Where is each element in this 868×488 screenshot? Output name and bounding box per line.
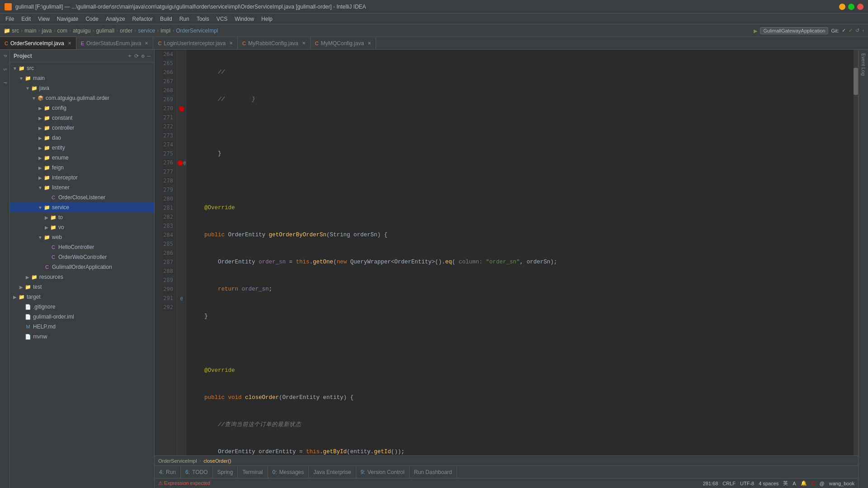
tree-config[interactable]: ▶ 📁 config	[10, 103, 154, 113]
bottom-tab-todo[interactable]: 6: TODO	[181, 466, 212, 478]
menu-file[interactable]: File	[2, 15, 18, 23]
bottom-tab-terminal[interactable]: Terminal	[238, 466, 268, 478]
bottom-tab-messages[interactable]: 0: Messages	[268, 466, 309, 478]
tree-orderwebcontroller[interactable]: C OrderWebController	[10, 252, 154, 262]
tab-orderstatusenum[interactable]: E OrderStatusEnum.java ✕	[76, 37, 154, 49]
tab-label: MyMQConfig.java	[321, 40, 364, 47]
menu-view[interactable]: View	[34, 15, 53, 23]
menu-refactor[interactable]: Refactor	[129, 15, 156, 23]
class-icon: C	[43, 263, 51, 271]
tree-interceptor[interactable]: ▶ 📁 interceptor	[10, 173, 154, 183]
tree-web[interactable]: ▼ 📁 web	[10, 232, 154, 242]
menu-window[interactable]: Window	[231, 15, 258, 23]
nav-src[interactable]: 📁 src	[4, 28, 19, 34]
run-icon[interactable]: ▶	[754, 27, 757, 34]
project-settings-icon[interactable]: ⚙	[142, 53, 145, 59]
editor-area: 264 265 266 267 268 269 270 271 272 273 …	[155, 50, 858, 488]
code-container[interactable]: 264 265 266 267 268 269 270 271 272 273 …	[155, 50, 858, 455]
run-config[interactable]: GulimallGatewayApplication	[760, 27, 828, 34]
git-checkmark[interactable]: ✓	[842, 28, 846, 33]
bottom-tab-spring[interactable]: Spring	[213, 466, 238, 478]
tree-main[interactable]: ▼ 📁 main	[10, 73, 154, 83]
bottom-tab-run[interactable]: 4: Run	[155, 466, 181, 478]
tree-target[interactable]: ▶ 📁 target	[10, 292, 154, 302]
breakpoint-icon[interactable]: ⬤	[179, 105, 184, 112]
crlf[interactable]: CRLF	[722, 481, 736, 486]
menu-build[interactable]: Build	[156, 15, 176, 23]
nav-java[interactable]: java	[42, 28, 52, 34]
tree-enume[interactable]: ▶ 📁 enume	[10, 153, 154, 163]
indent[interactable]: 4 spaces	[759, 481, 778, 486]
project-sync-icon[interactable]: ⟳	[134, 53, 139, 59]
tree-src[interactable]: ▼ 📁 src	[10, 63, 154, 73]
tree-mvnw[interactable]: 📄 mvnw	[10, 332, 154, 342]
tree-gulimallorderapplication[interactable]: C GulimallOrderApplication	[10, 262, 154, 272]
nav-atguigu[interactable]: atguigu	[73, 28, 90, 34]
tab-loginuserinterceptor[interactable]: C LoginUserInterceptor.java ✕	[153, 37, 238, 49]
tree-listener[interactable]: ▼ 📁 listener	[10, 183, 154, 192]
tree-test[interactable]: ▶ 📁 test	[10, 282, 154, 292]
notifications[interactable]: 🔔	[801, 480, 807, 486]
project-icon[interactable]: P	[0, 52, 9, 61]
menu-help[interactable]: Help	[258, 15, 276, 23]
git-revert[interactable]: ↺	[855, 28, 859, 33]
tab-close-icon[interactable]: ✕	[68, 41, 71, 46]
project-add-icon[interactable]: +	[128, 53, 131, 59]
vertical-scrollbar[interactable]	[854, 50, 858, 455]
tab-close-icon[interactable]: ✕	[229, 41, 233, 46]
tree-controller[interactable]: ▶ 📁 controller	[10, 123, 154, 133]
tree-to[interactable]: ▶ 📁 to	[10, 212, 154, 222]
bottom-tab-rundashboard[interactable]: Run Dashboard	[410, 466, 457, 478]
nav-impl[interactable]: impl	[160, 28, 170, 34]
tree-dao[interactable]: ▶ 📁 dao	[10, 133, 154, 143]
close-button[interactable]	[857, 4, 863, 10]
tree-resources[interactable]: ▶ 📁 resources	[10, 272, 154, 282]
tree-gitignore[interactable]: 📄 .gitignore	[10, 302, 154, 312]
nav-order[interactable]: order	[120, 28, 132, 34]
tab-mymqconfig[interactable]: C MyMQConfig.java ✕	[311, 37, 376, 49]
git-check2[interactable]: ✓	[849, 28, 853, 33]
tab-myrabbitconfig[interactable]: C MyRabbitConfig.java ✕	[238, 37, 311, 49]
tab-close-icon[interactable]: ✕	[145, 41, 148, 46]
menu-edit[interactable]: Edit	[18, 15, 34, 23]
menu-navigate[interactable]: Navigate	[53, 15, 82, 23]
nav-gulimall[interactable]: gulimall	[96, 28, 114, 34]
tree-service[interactable]: ▼ 📁 service	[10, 202, 154, 212]
tree-java[interactable]: ▼ 📁 java	[10, 83, 154, 93]
tree-iml[interactable]: 📄 gulimall-order.iml	[10, 312, 154, 322]
encoding[interactable]: UTF-8	[740, 481, 754, 486]
code-editor[interactable]: // // } } @Override public OrderEntity g…	[186, 50, 854, 455]
project-close-icon[interactable]: –	[147, 53, 151, 59]
favorites-icon[interactable]: F	[0, 79, 9, 88]
tab-close-icon[interactable]: ✕	[368, 41, 371, 46]
breakpoint-icon2[interactable]: ⬤	[177, 160, 183, 166]
menu-tools[interactable]: Tools	[193, 15, 213, 23]
tree-package[interactable]: ▼ 📦 com.atguigu.gulimall.order	[10, 93, 154, 103]
nav-com[interactable]: com	[57, 28, 67, 34]
structure-icon[interactable]: S	[0, 65, 9, 74]
tree-label: service	[52, 204, 69, 211]
menu-code[interactable]: Code	[82, 15, 102, 23]
bottom-tab-javaee[interactable]: Java Enterprise	[309, 466, 356, 478]
menu-analyze[interactable]: Analyze	[102, 15, 129, 23]
tree-entity[interactable]: ▶ 📁 entity	[10, 143, 154, 153]
maximize-button[interactable]	[848, 4, 854, 10]
tab-orderserviceimpl[interactable]: C OrderServiceImpl.java ✕	[0, 37, 76, 49]
menu-vcs[interactable]: VCS	[213, 15, 231, 23]
nav-main[interactable]: main	[24, 28, 36, 34]
git-push[interactable]: ↑	[862, 28, 865, 33]
tab-close-icon[interactable]: ✕	[302, 41, 306, 46]
tree-feign[interactable]: ▶ 📁 feign	[10, 163, 154, 173]
tree-constant[interactable]: ▶ 📁 constant	[10, 113, 154, 123]
nav-orderserviceimpl[interactable]: OrderServiceImpl	[176, 28, 218, 34]
minimize-button[interactable]	[839, 4, 845, 10]
tree-ordercloselistener[interactable]: C OrderCloseListener	[10, 192, 154, 202]
bottom-tab-vcs[interactable]: 9: Version Control	[356, 466, 410, 478]
tree-help[interactable]: M HELP.md	[10, 322, 154, 332]
event-log-button[interactable]: Event Log	[860, 52, 867, 78]
nav-service[interactable]: service	[138, 28, 155, 34]
menu-run[interactable]: Run	[176, 15, 193, 23]
tree-hellocontroller[interactable]: C HelloController	[10, 242, 154, 252]
tree-vo[interactable]: ▶ 📁 vo	[10, 222, 154, 232]
scrollbar-thumb[interactable]	[854, 68, 858, 95]
